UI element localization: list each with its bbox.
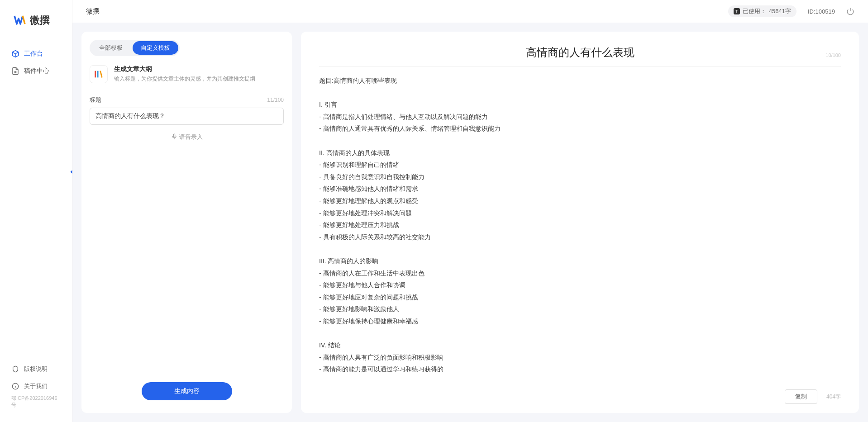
shield-icon [11, 365, 19, 373]
user-id: ID:100519 [808, 8, 835, 15]
voice-input-button[interactable]: 语音录入 [90, 133, 284, 141]
divider [319, 66, 841, 66]
template-tabs: 全部模板 自定义模板 [90, 40, 180, 56]
collapse-sidebar-button[interactable] [67, 167, 76, 176]
usage-label: 已使用： [743, 7, 766, 15]
template-card: 生成文章大纲 输入标题，为你提供文章主体的灵感，并为其创建推文提纲 [90, 65, 284, 83]
output-body: 题目:高情商的人有哪些表现 I. 引言 - 高情商是指人们处理情绪、与他人互动以… [319, 75, 841, 377]
power-icon[interactable] [846, 7, 854, 15]
page-title: 微撰 [86, 7, 100, 16]
template-desc: 输入标题，为你提供文章主体的灵感，并为其创建推文提纲 [114, 75, 255, 83]
tab-all-templates[interactable]: 全部模板 [91, 41, 131, 55]
copy-button[interactable]: 复制 [785, 389, 817, 404]
footer-label: 关于我们 [24, 382, 48, 390]
logo-icon [14, 14, 26, 27]
generate-button[interactable]: 生成内容 [142, 382, 232, 400]
mic-icon [171, 133, 177, 141]
footer-label: 版权说明 [24, 365, 48, 373]
logo-text: 微撰 [30, 14, 50, 27]
nav-item-drafts[interactable]: 稿件中心 [0, 62, 72, 80]
output-panel: 高情商的人有什么表现 10/100 题目:高情商的人有哪些表现 I. 引言 - … [301, 32, 859, 413]
template-title: 生成文章大纲 [114, 65, 255, 73]
footer-about[interactable]: 关于我们 [0, 378, 72, 395]
info-icon [11, 382, 19, 390]
nav-label: 稿件中心 [24, 67, 49, 75]
output-top-count: 10/100 [825, 52, 841, 58]
sidebar: 微撰 工作台 稿件中心 版权说明 [0, 0, 72, 422]
logo: 微撰 [0, 0, 72, 41]
template-info: 生成文章大纲 输入标题，为你提供文章主体的灵感，并为其创建推文提纲 [114, 65, 255, 83]
title-count: 11/100 [267, 97, 284, 103]
output-footer: 复制 404字 [319, 382, 841, 404]
output-title: 高情商的人有什么表现 [319, 45, 841, 60]
title-input[interactable] [90, 108, 284, 125]
template-icon [90, 65, 108, 83]
tab-custom-templates[interactable]: 自定义模板 [133, 41, 178, 55]
word-count: 404字 [826, 393, 841, 401]
voice-label: 语音录入 [179, 133, 203, 141]
input-panel: 全部模板 自定义模板 生成文章大纲 输入标题，为你提供文章主体的灵感，并为其创建… [81, 32, 292, 413]
main: 微撰 T 已使用： 45641字 ID:100519 全部模板 自定义模板 [72, 0, 868, 422]
icp-text: 鄂ICP备2022016946号 [0, 395, 72, 413]
usage-badge[interactable]: T 已使用： 45641字 [728, 5, 796, 17]
svg-rect-4 [173, 134, 175, 137]
content: 全部模板 自定义模板 生成文章大纲 输入标题，为你提供文章主体的灵感，并为其创建… [72, 23, 868, 422]
topbar-right: T 已使用： 45641字 ID:100519 [728, 5, 854, 17]
title-label: 标题 [90, 96, 101, 104]
nav: 工作台 稿件中心 [0, 41, 72, 356]
footer-copyright[interactable]: 版权说明 [0, 360, 72, 378]
usage-value: 45641字 [769, 7, 791, 15]
nav-item-workspace[interactable]: 工作台 [0, 45, 72, 62]
token-icon: T [734, 8, 740, 14]
form-section: 标题 11/100 语音录入 [90, 96, 284, 141]
document-icon [11, 67, 19, 75]
topbar: 微撰 T 已使用： 45641字 ID:100519 [72, 0, 868, 23]
nav-label: 工作台 [24, 50, 43, 58]
cube-icon [11, 50, 19, 58]
sidebar-footer: 版权说明 关于我们 鄂ICP备2022016946号 [0, 356, 72, 422]
